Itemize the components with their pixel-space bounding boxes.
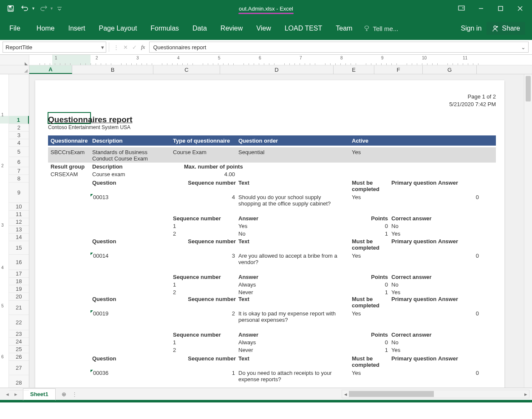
- column-header[interactable]: B: [72, 65, 153, 74]
- ribbon: File Home Insert Page Layout Formulas Da…: [0, 17, 532, 40]
- column-header[interactable]: C: [153, 65, 220, 74]
- qat-customize[interactable]: [55, 2, 64, 15]
- row-header[interactable]: 10: [9, 202, 29, 211]
- row-header[interactable]: 20: [9, 292, 29, 301]
- formula-input[interactable]: Questionnaires report ⌄: [149, 42, 529, 53]
- row-header[interactable]: 23: [9, 330, 29, 338]
- row-header[interactable]: 24: [9, 337, 29, 346]
- tab-home[interactable]: Home: [30, 17, 62, 40]
- question-row: 00013 4 Should you do your school supply…: [48, 194, 496, 200]
- svg-rect-1: [9, 6, 11, 8]
- window-title: out.Admin.xlsx - Excel: [239, 6, 293, 12]
- column-header[interactable]: E: [334, 65, 374, 74]
- row-header[interactable]: 18: [9, 277, 29, 285]
- row-header[interactable]: 11: [9, 210, 29, 218]
- tell-me-search[interactable]: Tell me...: [363, 25, 398, 32]
- report-title: Questionnaires report: [48, 115, 133, 124]
- svg-rect-5: [498, 6, 503, 11]
- undo-dropdown[interactable]: ▼: [31, 6, 35, 11]
- question-row: 00019 2 It is okay to pad my expense rep…: [48, 310, 496, 317]
- timestamp: 5/21/2020 7:42 PM: [449, 101, 496, 108]
- new-sheet-button[interactable]: ⊕: [59, 389, 69, 399]
- tab-page-layout[interactable]: Page Layout: [92, 17, 144, 40]
- svg-rect-3: [458, 6, 464, 10]
- table-row: SBCCrsExam Standards of Business Conduct…: [48, 147, 496, 163]
- row-header[interactable]: 4: [9, 139, 29, 147]
- row-header[interactable]: 6: [9, 157, 29, 167]
- redo-dropdown[interactable]: ▼: [50, 6, 54, 11]
- row-header[interactable]: 28: [9, 375, 29, 391]
- horizontal-scrollbar[interactable]: ◂▸: [342, 390, 529, 398]
- spreadsheet-canvas[interactable]: Page 1 of 2 5/21/2020 7:42 PM Questionna…: [29, 74, 524, 388]
- formula-bar: ReportTitle ▾ ⋮ ✕ ✓ fx Questionnaires re…: [0, 40, 532, 55]
- row-header[interactable]: 1: [9, 116, 29, 124]
- row-header[interactable]: 13: [9, 225, 29, 233]
- row-header[interactable]: 17: [9, 270, 29, 278]
- redo-button[interactable]: [37, 2, 50, 15]
- tab-formulas[interactable]: Formulas: [144, 17, 186, 40]
- row-header[interactable]: 9: [9, 182, 29, 203]
- save-button[interactable]: [4, 2, 17, 15]
- quick-access-toolbar: ▼ ▼: [0, 2, 64, 15]
- row-header[interactable]: 12: [9, 218, 29, 226]
- row-header[interactable]: 22: [9, 315, 29, 330]
- maximize-button[interactable]: [491, 2, 510, 15]
- report-subtitle: Contoso Entertainment System USA: [48, 124, 130, 130]
- svg-point-9: [494, 26, 496, 28]
- fx-icon[interactable]: fx: [141, 44, 145, 51]
- tab-nav-buttons[interactable]: ◂▸: [0, 391, 23, 397]
- svg-rect-2: [9, 9, 12, 11]
- sign-in-link[interactable]: Sign in: [461, 25, 481, 32]
- share-button[interactable]: Share: [487, 22, 525, 35]
- column-headers: ABCDEFG: [0, 65, 532, 74]
- page-number: Page 1 of 2: [449, 93, 496, 101]
- more-functions-icon[interactable]: ⋮: [113, 44, 119, 51]
- row-header[interactable]: 19: [9, 285, 29, 293]
- row-headers: 123456 123456789101112131415161718192021…: [0, 74, 29, 388]
- row-header[interactable]: 7: [9, 167, 29, 175]
- tab-splitter-icon[interactable]: ⋮: [69, 391, 80, 397]
- column-header[interactable]: F: [374, 65, 423, 74]
- enter-formula-icon[interactable]: ✓: [132, 44, 137, 51]
- chevron-down-icon[interactable]: ▾: [101, 44, 104, 51]
- row-header[interactable]: 16: [9, 254, 29, 270]
- undo-button[interactable]: [19, 2, 31, 15]
- row-header[interactable]: 15: [9, 241, 29, 255]
- table-header: Questionnaire Description Type of questi…: [48, 135, 496, 146]
- horizontal-ruler: 1234567891011: [0, 55, 532, 65]
- row-header[interactable]: 2: [9, 124, 29, 132]
- close-button[interactable]: [511, 2, 529, 15]
- vertical-scrollbar[interactable]: [524, 74, 532, 388]
- minimize-button[interactable]: [472, 2, 490, 15]
- row-header[interactable]: 5: [9, 146, 29, 157]
- tab-team[interactable]: Team: [329, 17, 359, 40]
- row-header[interactable]: 21: [9, 300, 29, 315]
- column-header[interactable]: A: [29, 65, 72, 74]
- column-header[interactable]: G: [423, 65, 477, 74]
- row-header[interactable]: 8: [9, 174, 29, 183]
- svg-point-6: [365, 26, 369, 29]
- row-header[interactable]: 26: [9, 353, 29, 361]
- tab-review[interactable]: Review: [214, 17, 249, 40]
- row-header[interactable]: 3: [9, 131, 29, 139]
- tab-load-test[interactable]: LOAD TEST: [278, 17, 329, 40]
- question-row: 00036 1 Do you need to attach receipts t…: [48, 370, 496, 376]
- titlebar: ▼ ▼ out.Admin.xlsx - Excel: [0, 0, 532, 17]
- page-preview: Page 1 of 2 5/21/2020 7:42 PM Questionna…: [35, 80, 504, 388]
- select-all-button[interactable]: [0, 65, 29, 74]
- row-header[interactable]: 14: [9, 233, 29, 241]
- ribbon-display-options[interactable]: [452, 2, 471, 15]
- row-header[interactable]: 25: [9, 345, 29, 353]
- tab-file[interactable]: File: [0, 17, 30, 40]
- row-header[interactable]: 27: [9, 360, 29, 375]
- sheet-tab-bar: ◂▸ Sheet1 ⊕ ⋮ ◂▸: [0, 388, 532, 400]
- name-box[interactable]: ReportTitle ▾: [3, 42, 106, 53]
- expand-formula-bar-icon[interactable]: ⌄: [521, 44, 526, 51]
- tab-view[interactable]: View: [249, 17, 277, 40]
- column-header[interactable]: D: [220, 65, 334, 74]
- status-bar: [0, 400, 532, 402]
- cancel-formula-icon[interactable]: ✕: [123, 44, 128, 51]
- vertical-ruler: 123456: [0, 74, 9, 388]
- tab-insert[interactable]: Insert: [61, 17, 92, 40]
- tab-data[interactable]: Data: [186, 17, 214, 40]
